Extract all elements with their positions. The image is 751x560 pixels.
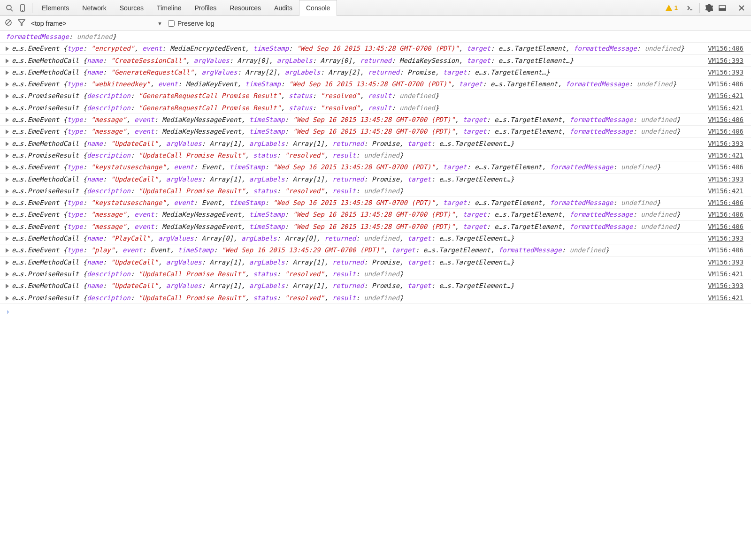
console-row[interactable]: e…s.EmeMethodCall {name: "PlayCall", arg… bbox=[0, 233, 751, 244]
separator bbox=[32, 3, 32, 13]
chevron-down-icon: ▼ bbox=[157, 21, 162, 26]
source-link[interactable]: VM156:421 bbox=[708, 186, 743, 196]
source-link[interactable]: VM156:406 bbox=[708, 79, 743, 89]
source-link[interactable]: VM156:393 bbox=[708, 234, 743, 243]
preserve-log-input[interactable] bbox=[168, 20, 175, 27]
source-link[interactable]: VM156:393 bbox=[708, 281, 743, 290]
console-row[interactable]: e…s.PromiseResult {description: "Generat… bbox=[0, 102, 751, 114]
source-link[interactable]: VM156:406 bbox=[708, 127, 743, 136]
dock-icon[interactable] bbox=[716, 1, 729, 15]
source-link[interactable]: VM156:393 bbox=[708, 257, 743, 267]
console-row[interactable]: e…s.PromiseResult {description: "UpdateC… bbox=[0, 150, 751, 161]
console-row[interactable]: e…s.EmeEvent {type: "webkitneedkey", eve… bbox=[0, 78, 751, 90]
console-row[interactable]: e…s.EmeEvent {type: "message", event: Me… bbox=[0, 221, 751, 233]
close-icon[interactable] bbox=[735, 1, 748, 15]
console-row[interactable]: e…s.EmeEvent {type: "message", event: Me… bbox=[0, 114, 751, 126]
console-prompt-icon[interactable] bbox=[683, 1, 697, 15]
tab-network[interactable]: Network bbox=[76, 0, 113, 16]
source-link[interactable]: VM156:421 bbox=[708, 103, 743, 113]
console-row[interactable]: e…s.PromiseResult {description: "UpdateC… bbox=[0, 292, 751, 304]
source-link[interactable]: VM156:393 bbox=[708, 139, 743, 148]
source-link[interactable]: VM156:406 bbox=[708, 222, 743, 231]
console-row[interactable]: e…s.EmeMethodCall {name: "UpdateCall", a… bbox=[0, 257, 751, 268]
source-link[interactable]: VM156:406 bbox=[708, 162, 743, 172]
tab-console[interactable]: Console bbox=[299, 0, 337, 16]
console-messages: formattedMessage: undefined}e…s.EmeEvent… bbox=[0, 31, 751, 306]
tab-timeline[interactable]: Timeline bbox=[150, 0, 188, 16]
tab-audits[interactable]: Audits bbox=[268, 0, 299, 16]
svg-line-10 bbox=[7, 21, 10, 24]
source-link[interactable]: VM156:406 bbox=[708, 198, 743, 207]
console-row[interactable]: e…s.EmeMethodCall {name: "UpdateCall", a… bbox=[0, 280, 751, 292]
console-row[interactable]: e…s.EmeMethodCall {name: "CreateSessionC… bbox=[0, 55, 751, 67]
console-row[interactable]: formattedMessage: undefined} bbox=[0, 31, 751, 43]
console-prompt[interactable]: › bbox=[0, 306, 751, 318]
console-row[interactable]: e…s.EmeEvent {type: "keystatuseschange",… bbox=[0, 161, 751, 173]
separator bbox=[732, 3, 732, 13]
source-link[interactable]: VM156:406 bbox=[708, 210, 743, 219]
source-link[interactable]: VM156:393 bbox=[708, 56, 743, 65]
source-link[interactable]: VM156:406 bbox=[708, 245, 743, 255]
warning-badge[interactable]: 1 bbox=[665, 4, 678, 12]
source-link[interactable]: VM156:406 bbox=[708, 115, 743, 124]
svg-marker-11 bbox=[18, 20, 25, 25]
source-link[interactable]: VM156:421 bbox=[708, 151, 743, 160]
console-row[interactable]: e…s.PromiseResult {description: "Generat… bbox=[0, 90, 751, 102]
device-mode-icon[interactable] bbox=[16, 1, 29, 15]
tab-resources[interactable]: Resources bbox=[223, 0, 268, 16]
source-link[interactable]: VM156:393 bbox=[708, 174, 743, 184]
filter-icon[interactable] bbox=[18, 19, 25, 28]
console-row[interactable]: e…s.EmeEvent {type: "play", event: Event… bbox=[0, 244, 751, 256]
preserve-log-label: Preserve log bbox=[177, 20, 215, 27]
console-row[interactable]: e…s.EmeEvent {type: "message", event: Me… bbox=[0, 209, 751, 220]
devtools-tab-bar: ElementsNetworkSourcesTimelineProfilesRe… bbox=[0, 0, 751, 16]
console-toolbar: <top frame> ▼ Preserve log bbox=[0, 16, 751, 31]
execution-context-select[interactable]: <top frame> ▼ bbox=[31, 20, 162, 27]
clear-console-icon[interactable] bbox=[5, 19, 12, 28]
source-link[interactable]: VM156:421 bbox=[708, 269, 743, 279]
console-row[interactable]: e…s.EmeMethodCall {name: "UpdateCall", a… bbox=[0, 174, 751, 185]
console-row[interactable]: e…s.EmeEvent {type: "encrypted", event: … bbox=[0, 43, 751, 54]
source-link[interactable]: VM156:393 bbox=[708, 68, 743, 77]
source-link[interactable]: VM156:406 bbox=[708, 44, 743, 53]
console-row[interactable]: e…s.EmeEvent {type: "keystatuseschange",… bbox=[0, 197, 751, 209]
console-row[interactable]: e…s.EmeEvent {type: "message", event: Me… bbox=[0, 126, 751, 137]
console-row[interactable]: e…s.PromiseResult {description: "UpdateC… bbox=[0, 268, 751, 280]
svg-point-0 bbox=[7, 5, 11, 10]
search-icon[interactable] bbox=[3, 1, 16, 15]
console-row[interactable]: e…s.EmeMethodCall {name: "UpdateCall", a… bbox=[0, 138, 751, 150]
frame-label: <top frame> bbox=[31, 20, 157, 27]
console-row[interactable]: e…s.EmeMethodCall {name: "GenerateReques… bbox=[0, 67, 751, 78]
tab-sources[interactable]: Sources bbox=[113, 0, 150, 16]
warning-count: 1 bbox=[674, 4, 678, 11]
separator bbox=[699, 3, 700, 13]
preserve-log-checkbox[interactable]: Preserve log bbox=[168, 20, 215, 27]
svg-rect-6 bbox=[719, 8, 726, 10]
gear-icon[interactable] bbox=[703, 1, 716, 15]
console-row[interactable]: e…s.PromiseResult {description: "UpdateC… bbox=[0, 185, 751, 197]
source-link[interactable]: VM156:421 bbox=[708, 293, 743, 303]
svg-line-1 bbox=[11, 9, 13, 11]
tab-profiles[interactable]: Profiles bbox=[188, 0, 223, 16]
tab-elements[interactable]: Elements bbox=[35, 0, 76, 16]
source-link[interactable]: VM156:421 bbox=[708, 91, 743, 100]
